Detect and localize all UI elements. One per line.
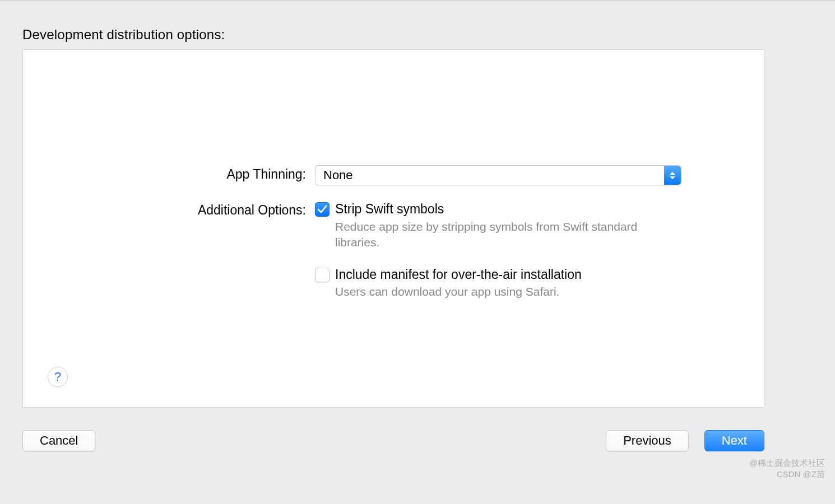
include-manifest-option: Include manifest for over-the-air instal… bbox=[315, 267, 708, 300]
strip-swift-symbols-checkbox[interactable] bbox=[315, 202, 330, 217]
help-button[interactable]: ? bbox=[48, 367, 68, 387]
strip-swift-symbols-label: Strip Swift symbols bbox=[335, 201, 638, 218]
page-title: Development distribution options: bbox=[22, 27, 225, 43]
additional-options-row: Additional Options: Strip Swift symbols … bbox=[174, 201, 708, 316]
watermark-line1: @稀土掘金技术社区 bbox=[749, 458, 825, 469]
app-thinning-label: App Thinning: bbox=[174, 165, 306, 182]
include-manifest-desc: Users can download your app using Safari… bbox=[335, 284, 582, 300]
checkmark-icon bbox=[317, 204, 327, 214]
strip-swift-symbols-option: Strip Swift symbols Reduce app size by s… bbox=[315, 201, 708, 251]
dropdown-stepper-icon bbox=[664, 166, 681, 185]
watermark-line2: CSDN @Z苗 bbox=[749, 469, 825, 480]
next-button[interactable]: Next bbox=[704, 430, 764, 451]
chevron-up-icon bbox=[670, 172, 675, 175]
strip-swift-symbols-desc: Reduce app size by stripping symbols fro… bbox=[335, 219, 638, 251]
include-manifest-checkbox[interactable] bbox=[315, 268, 330, 282]
include-manifest-label: Include manifest for over-the-air instal… bbox=[335, 267, 582, 283]
additional-options-label: Additional Options: bbox=[174, 201, 306, 218]
app-thinning-dropdown[interactable]: None bbox=[315, 165, 681, 185]
form: App Thinning: None Additional Options: bbox=[174, 165, 708, 332]
button-bar: Cancel Previous Next bbox=[22, 430, 764, 451]
previous-button[interactable]: Previous bbox=[606, 430, 689, 451]
top-divider bbox=[0, 0, 835, 1]
watermark: @稀土掘金技术社区 CSDN @Z苗 bbox=[749, 458, 825, 479]
app-thinning-value: None bbox=[323, 168, 353, 183]
cancel-button[interactable]: Cancel bbox=[22, 430, 95, 451]
options-panel: App Thinning: None Additional Options: bbox=[22, 49, 764, 408]
app-thinning-row: App Thinning: None bbox=[174, 165, 708, 185]
chevron-down-icon bbox=[670, 176, 675, 179]
